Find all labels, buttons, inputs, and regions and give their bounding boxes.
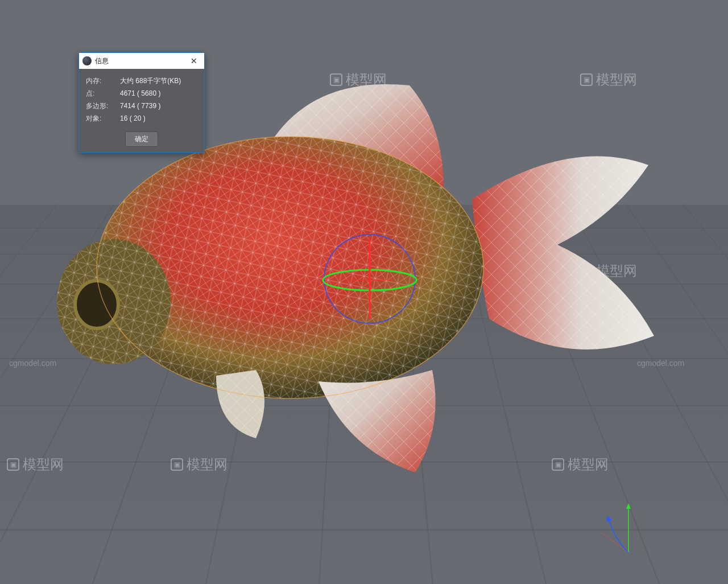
info-label: 多边形: xyxy=(86,101,120,111)
info-label: 对象: xyxy=(86,114,120,124)
info-label: 点: xyxy=(86,89,120,98)
info-row-points: 点: 4671 ( 5680 ) xyxy=(86,87,197,100)
dialog-footer: 确定 xyxy=(79,128,204,153)
dialog-title-text: 信息 xyxy=(95,56,187,66)
info-value: 4671 ( 5680 ) xyxy=(120,89,197,97)
dialog-titlebar[interactable]: 信息 ✕ xyxy=(79,53,204,69)
info-row-objects: 对象: 16 ( 20 ) xyxy=(86,112,197,125)
info-value: 7414 ( 7739 ) xyxy=(120,102,197,110)
info-row-memory: 内存: 大约 688千字节(KB) xyxy=(86,75,197,87)
ok-button[interactable]: 确定 xyxy=(125,131,158,147)
close-icon[interactable]: ✕ xyxy=(187,54,201,68)
info-value: 大约 688千字节(KB) xyxy=(120,76,197,86)
info-dialog: 信息 ✕ 内存: 大约 688千字节(KB) 点: 4671 ( 5680 ) … xyxy=(78,52,205,153)
info-value: 16 ( 20 ) xyxy=(120,114,197,122)
dialog-body: 内存: 大约 688千字节(KB) 点: 4671 ( 5680 ) 多边形: … xyxy=(79,69,204,128)
info-label: 内存: xyxy=(86,76,120,86)
svg-point-4 xyxy=(75,281,118,328)
info-row-polygons: 多边形: 7414 ( 7739 ) xyxy=(86,100,197,112)
app-icon xyxy=(82,56,92,65)
